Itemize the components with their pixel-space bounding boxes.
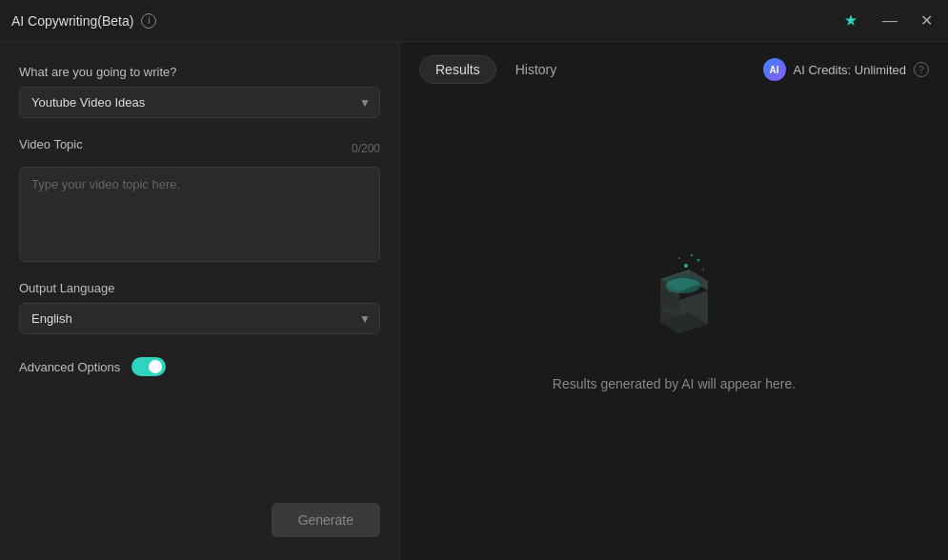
title-bar-right: — ✕: [838, 8, 937, 33]
credits-area: AI AI Credits: Unlimited ?: [763, 58, 929, 81]
output-language-label: Output Language: [19, 281, 380, 295]
char-count: 0/200: [352, 142, 380, 155]
ai-credits-icon: AI: [763, 58, 786, 81]
write-type-dropdown-wrapper: Youtube Video Ideas Blog Post Product De…: [19, 87, 380, 118]
close-button[interactable]: ✕: [917, 8, 937, 33]
svg-point-1: [696, 259, 699, 262]
advanced-options-toggle[interactable]: [131, 357, 166, 376]
app-title: AI Copywriting(Beta): [11, 13, 133, 29]
svg-point-4: [691, 254, 693, 256]
results-area: Results generated by AI will appear here…: [400, 84, 948, 560]
info-icon[interactable]: i: [141, 13, 156, 29]
language-select[interactable]: English Spanish French German Chinese: [19, 303, 380, 334]
advanced-options-row: Advanced Options: [19, 357, 380, 376]
topic-header: Video Topic 0/200: [19, 137, 380, 159]
tab-history[interactable]: History: [500, 55, 573, 84]
tabs-left: Results History: [419, 55, 572, 84]
svg-point-2: [678, 257, 680, 259]
topic-label: Video Topic: [19, 137, 83, 151]
language-dropdown-wrapper: English Spanish French German Chinese ▼: [19, 303, 380, 334]
advanced-options-label: Advanced Options: [19, 360, 120, 374]
pin-button[interactable]: [838, 9, 863, 33]
right-panel: Results History AI AI Credits: Unlimited…: [400, 42, 948, 560]
credits-text: AI Credits: Unlimited: [794, 63, 906, 77]
info-icon-symbol: i: [148, 15, 150, 26]
svg-point-3: [702, 269, 704, 270]
topic-textarea[interactable]: [19, 167, 380, 262]
svg-point-0: [684, 264, 688, 268]
empty-state-illustration: [617, 252, 732, 357]
ai-icon-text: AI: [770, 65, 779, 75]
credits-info-icon[interactable]: ?: [914, 62, 929, 77]
credits-info-symbol: ?: [918, 65, 924, 75]
title-bar: AI Copywriting(Beta) i — ✕: [0, 0, 948, 42]
write-type-select[interactable]: Youtube Video Ideas Blog Post Product De…: [19, 87, 380, 118]
tab-results[interactable]: Results: [419, 55, 496, 84]
write-label: What are you going to write?: [19, 65, 380, 79]
generate-button[interactable]: Generate: [272, 503, 380, 537]
svg-point-9: [666, 278, 700, 293]
minimize-button[interactable]: —: [878, 9, 901, 33]
results-empty-text: Results generated by AI will appear here…: [553, 376, 796, 391]
tabs-bar: Results History AI AI Credits: Unlimited…: [400, 42, 948, 84]
main-layout: What are you going to write? Youtube Vid…: [0, 42, 948, 560]
toggle-slider: [131, 357, 166, 376]
left-panel: What are you going to write? Youtube Vid…: [0, 42, 400, 560]
title-bar-left: AI Copywriting(Beta) i: [11, 13, 156, 29]
